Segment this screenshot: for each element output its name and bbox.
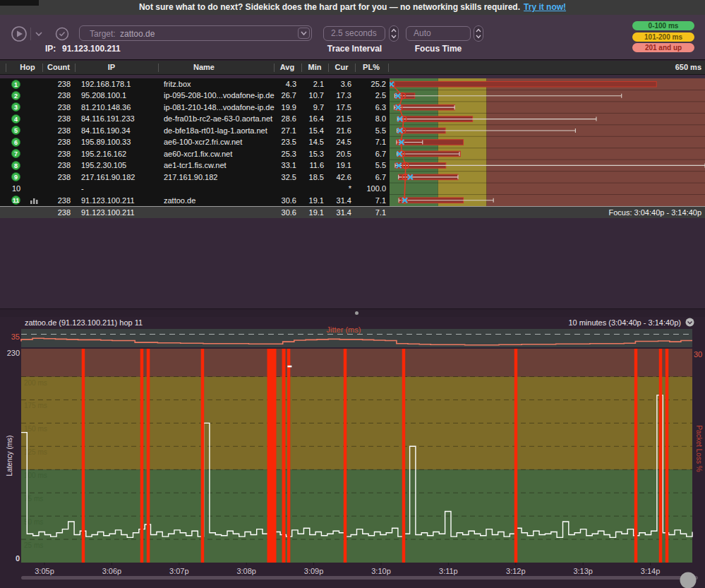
hop-number-badge: 2 <box>11 91 20 100</box>
svg-text:3:06p: 3:06p <box>102 567 122 575</box>
ip-value: 91.123.100.211 <box>62 44 121 54</box>
column-separator <box>355 64 356 72</box>
footer-pl: 7.1 <box>344 208 386 217</box>
table-footer: 238 91.123.100.211 30.6 19.1 31.4 7.1 Fo… <box>0 206 705 218</box>
trace-interval-input[interactable]: 2.5 seconds <box>323 26 385 41</box>
hop-number-badge: 1 <box>11 80 20 89</box>
column-header-hop[interactable]: Hop <box>13 63 42 71</box>
cell-pl: 7.1 <box>344 138 386 146</box>
target-dropdown-button[interactable] <box>298 28 310 39</box>
cell-pl: 7.1 <box>344 196 386 205</box>
svg-text:3:07p: 3:07p <box>169 567 189 575</box>
stepper-arrows-icon <box>390 26 398 41</box>
splitter[interactable] <box>0 308 705 317</box>
focus-time-input[interactable]: Auto <box>406 26 471 41</box>
toolbar: Target: zattoo.de 2.5 seconds Auto IP: 9… <box>0 15 705 60</box>
footer-ip: 91.123.100.211 <box>81 208 135 217</box>
svg-text:3:11p: 3:11p <box>439 567 458 575</box>
toolbar-separator <box>30 28 31 40</box>
hop-number-badge: 11 <box>11 196 20 205</box>
cell-name: ae6-100-xcr2.fri.cw.net <box>164 138 242 146</box>
cell-ip: 192.168.178.1 <box>81 80 131 88</box>
scale-label: 650 ms <box>631 63 701 71</box>
cell-count: 238 <box>28 91 71 100</box>
hop-number-badge: 7 <box>11 149 20 158</box>
svg-text:3:05p: 3:05p <box>35 567 54 575</box>
banner-message: Not sure what to do next? Sidekick does … <box>139 2 520 12</box>
ip-label: IP: <box>45 44 56 54</box>
cell-count: 238 <box>28 114 71 123</box>
footer-focus: Focus: 3:04:40p - 3:14:40p <box>560 208 701 217</box>
column-separator <box>388 64 389 72</box>
cell-ip: 84.116.191.233 <box>81 114 135 123</box>
cell-name: fritz.box <box>164 80 191 88</box>
hop-latency-bars <box>390 78 705 206</box>
banner-link[interactable]: Try it now! <box>524 2 566 12</box>
cell-ip: 195.2.16.162 <box>81 150 126 158</box>
cell-name: 217.161.90.182 <box>164 173 217 181</box>
cell-ip: 95.208.100.1 <box>81 91 126 100</box>
legend-pill: 201 and up <box>632 43 694 52</box>
trace-interval-stepper[interactable] <box>389 25 399 42</box>
play-button[interactable] <box>11 26 27 42</box>
cell-count: 238 <box>28 161 71 169</box>
empty-area <box>0 218 705 308</box>
cell-count: 238 <box>28 138 71 146</box>
stepper-arrows-icon <box>474 26 483 41</box>
hop-number-badge: 8 <box>11 161 20 170</box>
cell-count: 238 <box>28 150 71 158</box>
cell-ip: 195.89.100.33 <box>81 138 131 146</box>
hop-number-badge: 3 <box>11 102 20 112</box>
svg-text:3:12p: 3:12p <box>506 567 526 575</box>
svg-text:3:14p: 3:14p <box>641 567 661 575</box>
check-circle-icon[interactable] <box>55 27 69 41</box>
column-header-ip[interactable]: IP <box>76 63 147 71</box>
legend-pill: 101-200 ms <box>632 32 694 42</box>
legend-pill: 0-100 ms <box>632 21 694 30</box>
trace-interval-label: Trace Interval <box>318 44 392 54</box>
cell-ip: 91.123.100.211 <box>81 196 135 205</box>
hop-number-badge: 9 <box>11 172 20 181</box>
cell-count: 238 <box>28 126 71 135</box>
cell-count: 238 <box>28 196 71 205</box>
cell-pl: 100.0 <box>344 184 386 193</box>
cell-name: de-bfe18a-rt01-lag-1.aorta.net <box>164 126 267 135</box>
cell-pl: 6.3 <box>344 103 386 112</box>
target-input[interactable]: Target: zattoo.de <box>79 25 312 41</box>
column-separator <box>328 64 329 72</box>
jitter-axis-title: Jitter (ms) <box>308 325 379 334</box>
svg-text:3:09p: 3:09p <box>304 567 324 575</box>
cell-ip: 217.161.90.182 <box>81 173 135 181</box>
splitter-handle[interactable] <box>355 311 358 315</box>
svg-text:150 ms: 150 ms <box>24 425 47 433</box>
focus-time-stepper[interactable] <box>474 25 483 42</box>
column-separator <box>301 64 302 72</box>
cell-pl: 5.5 <box>344 161 386 169</box>
svg-text:200 ms: 200 ms <box>24 379 47 387</box>
cell-count: 238 <box>28 173 71 181</box>
hop-number-badge: 4 <box>11 114 20 124</box>
column-header-count[interactable]: Count <box>41 63 76 71</box>
cell-pl: 6.7 <box>344 173 386 181</box>
column-header-name[interactable]: Name <box>169 63 239 71</box>
cell-name: zattoo.de <box>164 196 195 205</box>
cell-name: ae60-xcr1.fix.cw.net <box>164 150 232 158</box>
timeline-chart[interactable]: 200 ms175 ms150 ms125 ms100 ms75 ms50 ms… <box>0 317 705 588</box>
column-separator <box>6 64 6 72</box>
hop-number-badge: 6 <box>11 138 20 147</box>
column-header-pl[interactable]: PL% <box>350 63 392 71</box>
cell-ip: 195.2.30.105 <box>81 161 126 169</box>
hop-number: 10 <box>9 184 23 193</box>
focus-time-value: Auto <box>414 28 431 38</box>
cell-ip: - <box>81 184 84 193</box>
focus-time-label: Focus Time <box>406 44 471 54</box>
cell-pl: 8.0 <box>344 114 386 123</box>
column-separator <box>75 64 76 72</box>
svg-text:3:10p: 3:10p <box>371 567 391 575</box>
cell-pl: 5.5 <box>344 126 386 135</box>
cell-count: 238 <box>28 103 71 112</box>
svg-text:3:13p: 3:13p <box>573 567 593 575</box>
target-value: zattoo.de <box>120 29 155 39</box>
window-corner <box>0 0 39 6</box>
chevron-down-icon[interactable] <box>35 30 43 37</box>
